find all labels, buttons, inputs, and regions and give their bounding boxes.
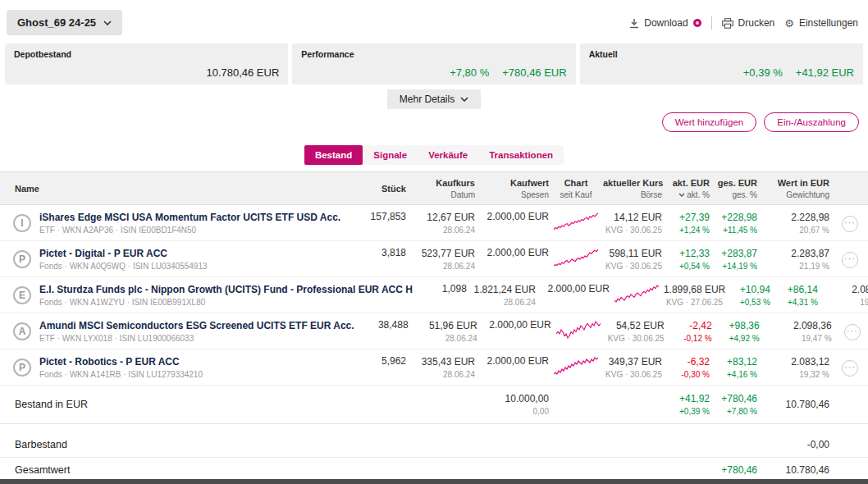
stueck-cell: 38,488 [357,319,411,331]
portfolio-selector-label: Ghost_69 24-25 [17,16,96,29]
aktuell-card: Aktuell +0,39 % +41,92 EUR [580,43,863,84]
download-badge-icon [693,19,701,27]
header-kaufkurs[interactable]: Kaufkurs Datum [409,178,477,199]
asset-meta: ETF · WKN LYX018 · ISIN LU1900066033 [39,334,354,343]
kaufkurs-cell: 335,43 EUR28.06.24 [409,356,477,379]
bestand-label: Bestand in EUR [0,399,354,410]
table-row: E E.I. Sturdza Funds plc - Nippon Growth… [0,277,868,313]
ges-cell: +83,12+4,16 % [712,356,760,379]
header-wert[interactable]: Wert in EUR Gewichtung [760,178,832,199]
action-buttons: Wert hinzufügen Ein-/Auszahlung [9,112,859,132]
header-name[interactable]: Name [0,184,354,194]
row-menu-icon[interactable]: ··· [842,252,858,268]
chart-cell [612,284,661,307]
mehr-details-button[interactable]: Mehr Details [387,89,481,109]
sparkline-chart[interactable] [554,212,598,231]
portfolio-selector[interactable]: Ghost_69 24-25 [7,10,122,35]
kurs-cell: 598,11 EURKVG · 30.06.25 [601,248,665,271]
akt-cell: -6,32-0,30 % [665,356,712,379]
asset-name-link[interactable]: Pictet - Digital - P EUR ACC [39,248,208,259]
wert-hinzufuegen-button[interactable]: Wert hinzufügen [662,112,757,132]
stueck-cell: 157,853 [354,211,409,222]
bestand-wert-cell: 10.780,46 [760,399,832,410]
wert-cell: 2.283,8721,19 % [760,248,832,271]
header-stueck[interactable]: Stück [354,184,409,194]
card-label: Depotbestand [14,49,279,59]
asset-name-link[interactable]: Amundi MSCI Semiconductors ESG Screened … [39,320,354,331]
kaufkurs-cell: 523,77 EUR28.06.24 [409,248,477,271]
header-akt[interactable]: akt. EUR akt. % [665,178,712,199]
topbar: Ghost_69 24-25 Download Drucken ⚙ Einste… [0,0,868,35]
details-row: Mehr Details [0,89,868,109]
asset-meta: ETF · WKN A2AP36 · ISIN IE00BD1F4N50 [39,226,340,235]
kaufwert-cell: 2.000,00 EUR [477,247,551,258]
akt-cell: +12,33+0,54 % [665,248,712,271]
printer-icon [722,18,733,29]
wert-cell: 2.083,1219,32 % [760,356,832,379]
header-chart[interactable]: Chart seit Kauf [551,178,601,199]
download-icon [629,18,639,29]
kaufwert-cell: 2.000,00 EUR [480,319,554,331]
bestand-summary-row: Bestand in EUR 10.000,000,00 +41,92+0,39… [0,386,868,424]
tab-verkaeufe[interactable]: Verkäufe [418,145,478,165]
asset-letter-icon: P [13,250,31,268]
sparkline-chart[interactable] [554,356,598,376]
sparkline-chart[interactable] [614,284,659,304]
settings-button[interactable]: ⚙ Einstellungen [784,17,858,29]
tab-bestand[interactable]: Bestand [304,145,363,165]
barbestand-row: Barbestand -0,00 [0,432,868,458]
kaufwert-cell: 2.000,00 EUR [538,283,612,295]
aktuell-pct: +0,39 % [743,66,783,79]
wert-cell: 2.228,9820,67 % [760,212,832,235]
kaufwert-cell: 2.000,00 EUR [477,355,551,367]
table-row: A Amundi MSCI Semiconductors ESG Screene… [0,313,868,349]
chevron-down-icon [460,97,468,102]
ein-auszahlung-button[interactable]: Ein-/Auszahlung [764,112,859,132]
horizontal-scrollbar[interactable] [0,479,868,484]
ges-cell: +283,87+14,19 % [712,248,760,271]
stueck-cell: 5,962 [354,355,409,367]
separator [711,16,712,30]
asset-meta: Fonds · WKN A0Q5WQ · ISIN LU0340554913 [39,262,208,271]
performance-pct: +7,80 % [450,66,489,79]
kaufkurs-cell: 12,67 EUR28.06.24 [409,212,477,235]
row-menu-icon[interactable]: ··· [844,324,861,340]
asset-name-link[interactable]: E.I. Sturdza Funds plc - Nippon Growth (… [39,284,413,295]
performance-value: +780,46 EUR [502,66,566,79]
menu-cell: ··· [832,250,868,268]
asset-name-link[interactable]: iShares Edge MSCI USA Momentum Factor UC… [39,212,340,223]
gesamtwert-wert-cell: 10.780,46 [760,464,832,476]
download-button[interactable]: Download [629,17,701,29]
row-menu-icon[interactable]: ··· [842,216,858,232]
depotbestand-value: 10.780,46 EUR [206,66,279,79]
ges-cell: +228,98+11,45 % [712,212,760,235]
chart-cell [554,320,603,343]
header-ges[interactable]: ges. EUR ges. % [712,178,760,199]
stueck-cell: 3,818 [354,247,409,258]
card-label: Aktuell [589,49,854,59]
menu-cell: ··· [834,322,868,340]
akt-cell: -2,42-0,12 % [667,320,715,343]
ges-cell: +86,14+4,31 % [773,284,820,307]
bestand-ges-cell: +780,46+7,80 % [712,393,760,416]
header-kaufwert[interactable]: Kaufwert Spesen [477,178,551,199]
sparkline-chart[interactable] [556,320,601,340]
table-row: P Pictet - Robotics - P EUR ACC Fonds · … [0,349,868,386]
gear-icon: ⚙ [784,18,794,29]
kaufkurs-cell: 1.821,24 EUR28.06.24 [469,284,538,307]
table-row: P Pictet - Digital - P EUR ACC Fonds · W… [0,241,868,277]
mehr-details-label: Mehr Details [400,94,455,105]
asset-letter-icon: E [13,286,31,304]
tab-signale[interactable]: Signale [363,145,418,165]
topbar-actions: Download Drucken ⚙ Einstellungen [629,10,858,30]
ges-cell: +98,36+4,92 % [715,320,762,343]
asset-name-link[interactable]: Pictet - Robotics - P EUR ACC [39,356,203,368]
card-label: Performance [301,49,566,59]
print-button[interactable]: Drucken [722,17,775,29]
barbestand-label: Barbestand [0,439,354,450]
sparkline-chart[interactable] [554,248,598,267]
sort-caret-icon [678,193,685,197]
header-kurs[interactable]: aktueller Kurs Börse [601,178,665,199]
row-menu-icon[interactable]: ··· [842,360,858,377]
tab-transaktionen[interactable]: Transaktionen [478,145,564,165]
